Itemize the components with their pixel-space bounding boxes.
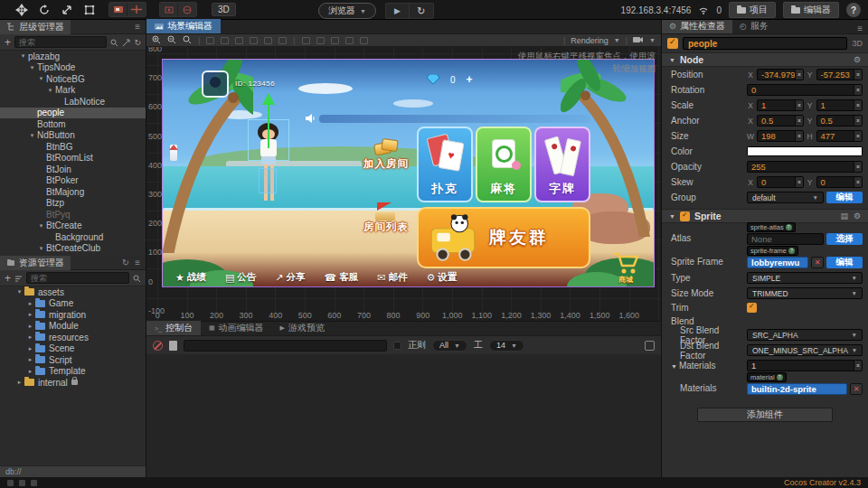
clear-sprite-frame-button[interactable]: ✕ [811, 257, 824, 268]
lobby-menu-item[interactable]: ✉ 邮件 [377, 271, 407, 284]
tree-expand-arrow[interactable]: ▸ [25, 300, 35, 307]
tree-row[interactable]: BtPoker [0, 175, 146, 187]
same-height-icon[interactable] [345, 37, 354, 44]
local-coords-button[interactable] [160, 3, 178, 16]
tab-properties[interactable]: ⚙ 属性检查器 [662, 20, 732, 33]
clear-console-button[interactable] [153, 341, 163, 351]
sprite-section-header[interactable]: ▼ Sprite ▤ ⚙ [662, 209, 868, 223]
refresh-icon[interactable]: ↻ [134, 38, 141, 47]
open-editor-button[interactable]: 编辑器 [783, 2, 839, 18]
skew-y-input[interactable]: 0 [816, 176, 863, 188]
refresh-button[interactable]: ↻ [410, 4, 433, 18]
panel-menu-icon[interactable]: ≡ [135, 22, 140, 32]
tree-row[interactable]: BtJoin [0, 164, 146, 175]
material-input[interactable]: builtin-2d-sprite [747, 383, 847, 395]
sprite-frame-edit-button[interactable]: 编辑 [826, 257, 863, 268]
atlas-input[interactable]: None [747, 233, 824, 245]
rendering-dropdown[interactable]: Rendering [571, 36, 609, 45]
tree-row[interactable]: ▾ Mark [0, 85, 146, 97]
group-edit-button[interactable]: 编辑 [826, 192, 863, 203]
sprite-frame-input[interactable]: lobbyrenwu [747, 257, 808, 268]
asset-row[interactable]: ▸ Module [0, 321, 146, 333]
tree-row[interactable]: BtPyq [0, 209, 146, 221]
same-size-icon[interactable] [360, 37, 368, 44]
tree-row[interactable]: BtRoomList [0, 153, 146, 164]
distribute-h-icon[interactable] [302, 37, 310, 44]
rotate-tool-icon[interactable] [37, 3, 51, 16]
dst-blend-dropdown[interactable]: ONE_MINUS_SRC_ALPHA▼ [747, 344, 863, 356]
rotation-input[interactable]: 0 [747, 84, 863, 96]
asset-row[interactable]: ▸ Scene [0, 343, 146, 355]
search-icon[interactable] [110, 34, 118, 51]
node-active-checkbox[interactable] [667, 38, 678, 49]
same-width-icon[interactable] [331, 37, 339, 44]
align-top-icon[interactable] [250, 37, 258, 44]
src-blend-dropdown[interactable]: SRC_ALPHA▼ [747, 329, 863, 341]
log-level-dropdown[interactable]: All▼ [432, 340, 467, 352]
tree-row[interactable]: BtMajong [0, 186, 146, 198]
tree-expand-arrow[interactable]: ▸ [14, 379, 24, 386]
align-right-icon[interactable] [235, 37, 243, 44]
move-gizmo-line[interactable] [268, 99, 269, 148]
panel-menu-icon[interactable]: ≡ [135, 258, 140, 267]
skew-x-input[interactable]: 0 [757, 176, 804, 188]
zipai-game-button[interactable]: 字牌 [534, 127, 590, 202]
tree-row[interactable]: ▾ NoticeBG [0, 73, 146, 85]
anchor-y-input[interactable]: 0.5 [816, 115, 863, 127]
move-gizmo-arrow[interactable] [262, 87, 275, 105]
console-popout-icon[interactable] [645, 341, 655, 351]
player-avatar-frame[interactable] [202, 70, 229, 98]
atlas-choose-button[interactable]: 选择 [826, 233, 863, 245]
search-icon[interactable] [133, 270, 141, 286]
tree-row[interactable]: people [0, 108, 146, 119]
console-filter-input[interactable] [184, 340, 387, 352]
play-button[interactable]: ▶ [386, 4, 410, 18]
help-button[interactable]: ? [846, 3, 861, 17]
move-tool-icon[interactable] [14, 3, 28, 16]
mall-button[interactable]: 商城 [612, 251, 639, 285]
tree-row[interactable]: ▾ plazabg [0, 51, 146, 62]
tree-expand-arrow[interactable]: ▾ [36, 245, 46, 252]
node-section-header[interactable]: ▼ Node ⚙ [662, 52, 868, 67]
tree-expand-arrow[interactable]: ▾ [27, 132, 37, 139]
asset-row[interactable]: ▸ migration [0, 309, 146, 321]
type-dropdown[interactable]: SIMPLE▼ [747, 272, 863, 284]
camera-icon[interactable] [633, 36, 644, 45]
hierarchy-search-input[interactable] [14, 36, 107, 48]
mahjong-game-button[interactable]: 麻将 [476, 127, 532, 202]
position-x-input[interactable]: -374.979 [757, 69, 804, 80]
tab-animation-editor[interactable]: ▦ 动画编辑器 [201, 321, 272, 335]
gear-icon[interactable]: ⚙ [854, 211, 861, 221]
scale-y-input[interactable]: 1 [816, 99, 863, 111]
size-h-input[interactable]: 477 [816, 130, 863, 142]
color-swatch[interactable] [747, 146, 863, 156]
tree-expand-arrow[interactable]: ▸ [25, 333, 35, 341]
sprite-enabled-checkbox[interactable] [680, 211, 690, 221]
tree-expand-arrow[interactable]: ▾ [14, 288, 24, 296]
asset-row[interactable]: ▸ Game [0, 298, 146, 310]
lobby-menu-item[interactable]: ▤ 公告 [225, 271, 256, 284]
tab-services[interactable]: ◴ 服务 [732, 20, 776, 33]
toggle-3d-button[interactable]: 3D [212, 3, 236, 16]
pivot-center-button[interactable] [109, 3, 127, 16]
tab-console[interactable]: >_ 控制台 [146, 321, 201, 335]
tree-row[interactable]: Background [0, 231, 146, 243]
create-node-button[interactable]: + [5, 38, 11, 47]
scene-canvas[interactable]: 8007006005004003002001000-100 0100200300… [146, 47, 661, 321]
tree-row[interactable]: ▾ TipsNode [0, 62, 146, 74]
console-output-area[interactable] [146, 354, 661, 477]
assets-search-input[interactable] [26, 272, 129, 284]
add-diamond-button[interactable]: + [467, 73, 473, 86]
world-coords-button[interactable] [178, 3, 196, 16]
group-dropdown[interactable]: default▼ [747, 192, 824, 203]
tree-expand-arrow[interactable]: ▸ [25, 323, 35, 330]
asset-row[interactable]: ▸ Template [0, 366, 146, 378]
add-component-button[interactable]: 添加组件 [697, 408, 833, 422]
materials-count-input[interactable]: 1 [747, 360, 863, 371]
tab-scene-editor[interactable]: 场景编辑器 [146, 19, 221, 33]
tree-row[interactable]: ▾ BtCreate [0, 221, 146, 232]
zoom-in-icon[interactable] [152, 35, 161, 46]
tab-game-preview[interactable]: ▶ 游戏预览 [272, 321, 333, 335]
open-project-button[interactable]: 项目 [729, 2, 776, 18]
tree-row[interactable]: Bottom [0, 118, 146, 130]
